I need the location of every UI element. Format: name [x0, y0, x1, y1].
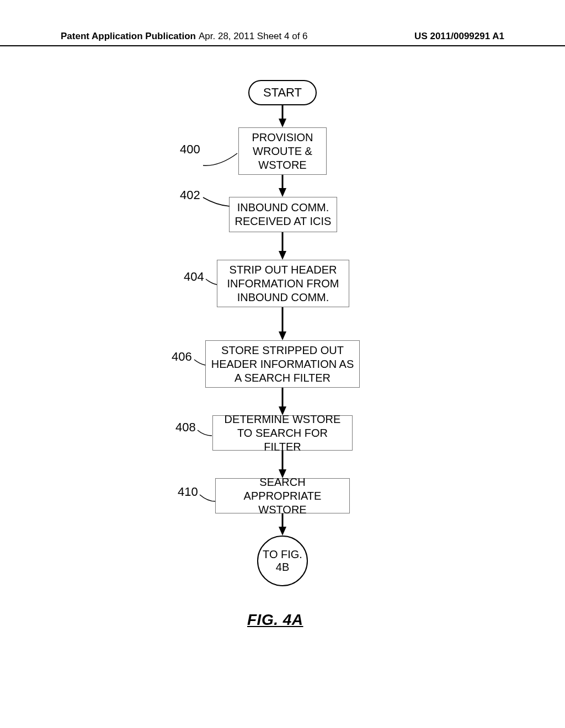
svg-marker-13	[279, 527, 286, 536]
arrow-icon	[279, 451, 286, 478]
step-text: STORE STRIPPED OUT HEADER INFORMATION AS…	[210, 344, 355, 385]
page-header: Patent Application Publication Apr. 28, …	[0, 43, 565, 46]
step-text: DETERMINE WSTORE TO SEARCH FOR FILTER	[217, 413, 348, 454]
header-center: Apr. 28, 2011 Sheet 4 of 6	[199, 31, 308, 42]
arrow-icon	[279, 232, 286, 260]
ref-label-404: 404	[184, 270, 204, 284]
ref-label-400: 400	[180, 142, 200, 157]
start-label: START	[263, 85, 302, 100]
arrow-icon	[279, 513, 286, 536]
ref-label-402: 402	[180, 188, 200, 202]
arrow-icon	[279, 388, 286, 415]
svg-marker-3	[279, 188, 286, 197]
leader-line	[203, 152, 239, 169]
flowchart-step-408: DETERMINE WSTORE TO SEARCH FOR FILTER	[212, 415, 353, 451]
ref-label-408: 408	[175, 420, 196, 435]
flowchart-step-406: STORE STRIPPED OUT HEADER INFORMATION AS…	[205, 340, 360, 388]
step-text: STRIP OUT HEADER INFORMATION FROM INBOUN…	[222, 263, 344, 304]
svg-marker-5	[279, 251, 286, 260]
connector-text: TO FIG. 4B	[258, 548, 307, 574]
leader-line	[198, 429, 213, 438]
leader-line	[200, 494, 216, 504]
step-text: SEARCH APPROPRIATE WSTORE	[220, 475, 345, 517]
leader-line	[206, 278, 218, 287]
header-left: Patent Application Publication	[61, 31, 196, 42]
svg-marker-7	[279, 331, 286, 340]
step-text: PROVISION WROUTE & WSTORE	[243, 131, 322, 172]
flowchart-start-terminator: START	[248, 80, 317, 105]
header-right: US 2011/0099291 A1	[414, 31, 504, 42]
figure-caption: FIG. 4A	[247, 611, 303, 629]
arrow-icon	[279, 175, 286, 197]
leader-line	[194, 358, 206, 367]
ref-label-406: 406	[172, 350, 192, 364]
leader-line	[203, 196, 231, 208]
flowchart-connector: TO FIG. 4B	[257, 536, 308, 586]
flowchart-step-404: STRIP OUT HEADER INFORMATION FROM INBOUN…	[217, 260, 349, 307]
flowchart-step-402: INBOUND COMM. RECEIVED AT ICIS	[229, 197, 337, 232]
step-text: INBOUND COMM. RECEIVED AT ICIS	[234, 201, 332, 228]
svg-marker-1	[279, 119, 286, 127]
arrow-icon	[279, 105, 286, 127]
arrow-icon	[279, 307, 286, 340]
flowchart-step-410: SEARCH APPROPRIATE WSTORE	[215, 478, 350, 513]
ref-label-410: 410	[178, 485, 198, 499]
flowchart-step-400: PROVISION WROUTE & WSTORE	[238, 127, 327, 175]
